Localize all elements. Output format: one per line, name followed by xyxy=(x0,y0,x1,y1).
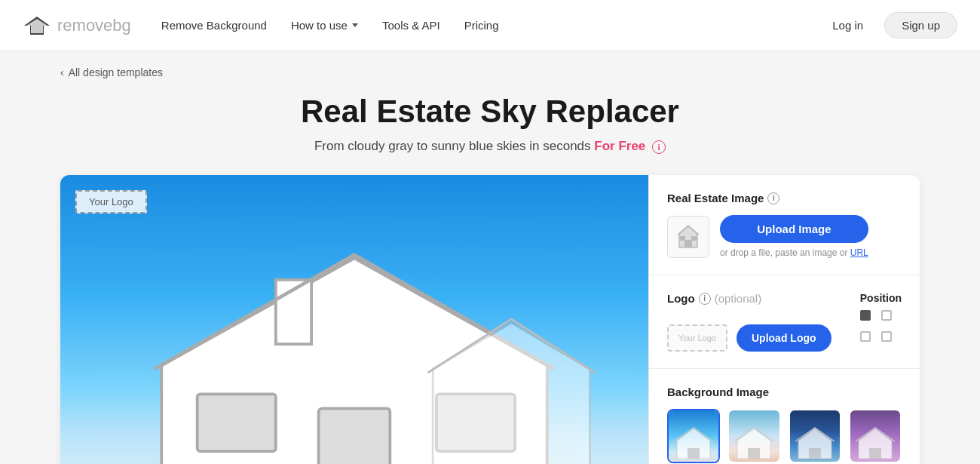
your-logo-badge: Your Logo xyxy=(75,190,147,214)
for-free-label: For Free xyxy=(594,139,645,153)
svg-rect-10 xyxy=(680,236,685,241)
back-link[interactable]: ‹ All design templates xyxy=(60,66,920,78)
for-free-info-icon[interactable]: i xyxy=(652,140,666,154)
thumb-house-icon-1 xyxy=(671,426,716,459)
optional-text: (optional) xyxy=(715,292,762,305)
house-preview-svg xyxy=(105,237,605,464)
logo-section: Logo i (optional) Your Logo Upload Logo xyxy=(649,275,920,369)
logo-placeholder-text: Your Logo xyxy=(678,333,716,343)
subtitle-text: From cloudy gray to sunny blue skies in … xyxy=(314,139,591,153)
position-label: Position xyxy=(860,292,902,304)
breadcrumb-label: All design templates xyxy=(69,66,163,78)
logo-left: Logo i (optional) Your Logo Upload Logo xyxy=(667,292,831,352)
brand-name-light: bg xyxy=(112,16,130,35)
thumb-house-icon-2 xyxy=(731,426,776,459)
bg-thumb-3[interactable] xyxy=(789,409,841,463)
logo-section-label: Logo i (optional) xyxy=(667,292,831,305)
nav-how-to-use-label: How to use xyxy=(291,19,348,32)
svg-rect-17 xyxy=(809,448,821,459)
position-bottom-right[interactable] xyxy=(881,331,892,342)
nav-actions: Log in Sign up xyxy=(823,12,957,38)
logo-info-icon[interactable]: i xyxy=(699,293,711,305)
drop-hint: or drop a file, paste an image or URL xyxy=(720,247,868,258)
real-estate-image-section: Real Estate Image i Upload xyxy=(649,175,920,275)
nav-how-to-use[interactable]: How to use xyxy=(291,19,358,32)
page-title: Real Estate Sky Replacer xyxy=(60,94,920,130)
bg-thumb-4[interactable] xyxy=(849,409,902,463)
preview-panel: Your Logo xyxy=(60,175,648,464)
settings-panel: Real Estate Image i Upload xyxy=(648,175,920,464)
position-section: Position xyxy=(860,292,902,346)
bg-thumb-1[interactable] xyxy=(667,409,720,463)
thumb-house-icon-4 xyxy=(853,426,898,459)
logo-label-text: Logo xyxy=(667,292,695,305)
upload-image-button[interactable]: Upload Image xyxy=(720,215,868,243)
upload-row: Upload Image or drop a file, paste an im… xyxy=(667,215,902,258)
upload-right: Upload Image or drop a file, paste an im… xyxy=(720,215,868,258)
logo-icon xyxy=(23,15,51,36)
nav-pricing[interactable]: Pricing xyxy=(464,19,499,32)
upload-logo-button[interactable]: Upload Logo xyxy=(737,324,831,352)
signup-button[interactable]: Sign up xyxy=(884,12,957,38)
background-image-section: Background Image xyxy=(649,369,920,464)
position-top-right[interactable] xyxy=(881,310,892,321)
nav-links: Remove Background How to use Tools & API… xyxy=(161,19,823,32)
logo-placeholder-box: Your Logo xyxy=(667,324,727,352)
nav-tools-api[interactable]: Tools & API xyxy=(382,19,440,32)
position-top-left[interactable] xyxy=(860,310,871,321)
tool-area: Your Logo xyxy=(60,175,920,464)
bg-thumbnails xyxy=(667,409,902,463)
real-estate-image-label: Real Estate Image i xyxy=(667,192,902,204)
house-thumbnail xyxy=(667,216,709,258)
brand-name-dark: remove xyxy=(57,16,112,35)
svg-rect-19 xyxy=(869,448,881,459)
position-bottom-left[interactable] xyxy=(860,331,871,342)
logo-position-row: Logo i (optional) Your Logo Upload Logo xyxy=(667,292,902,352)
background-image-label: Background Image xyxy=(667,386,902,398)
page-subtitle: From cloudy gray to sunny blue skies in … xyxy=(60,139,920,154)
svg-marker-1 xyxy=(26,19,47,33)
back-chevron-icon: ‹ xyxy=(60,66,64,78)
house-placeholder-icon xyxy=(675,223,702,250)
svg-rect-5 xyxy=(198,394,276,451)
logo[interactable]: removebg xyxy=(23,15,131,36)
brand-name: removebg xyxy=(57,16,131,35)
real-estate-label-text: Real Estate Image xyxy=(667,192,764,204)
main-content: ‹ All design templates Real Estate Sky R… xyxy=(38,51,942,464)
nav-remove-background[interactable]: Remove Background xyxy=(161,19,267,32)
url-link[interactable]: URL xyxy=(850,247,868,258)
position-grid xyxy=(860,310,896,346)
svg-rect-11 xyxy=(691,236,697,241)
svg-rect-4 xyxy=(319,408,390,464)
svg-rect-9 xyxy=(684,240,692,247)
bg-thumb-2[interactable] xyxy=(727,409,780,463)
login-button[interactable]: Log in xyxy=(823,13,872,38)
svg-rect-13 xyxy=(688,448,700,459)
svg-rect-15 xyxy=(748,448,760,459)
thumb-house-icon-3 xyxy=(792,426,838,459)
navbar: removebg Remove Background How to use To… xyxy=(0,0,980,51)
drop-hint-text: or drop a file, paste an image or xyxy=(720,247,847,258)
real-estate-info-icon[interactable]: i xyxy=(767,192,779,204)
chevron-down-icon xyxy=(352,23,358,27)
